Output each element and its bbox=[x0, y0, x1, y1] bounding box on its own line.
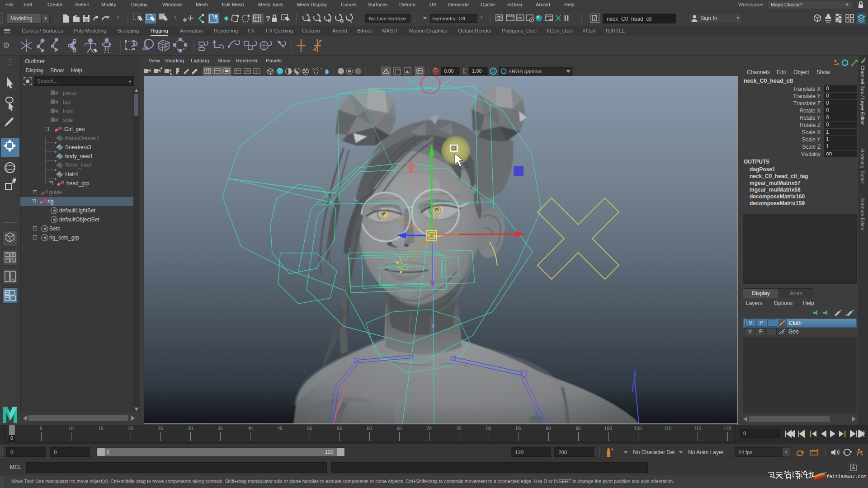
svg-text:0.00: 0.00 bbox=[444, 68, 453, 74]
svg-text:1.00: 1.00 bbox=[472, 68, 481, 74]
svg-text:sRGB gamma: sRGB gamma bbox=[509, 69, 542, 74]
svg-text:T: T bbox=[255, 69, 258, 74]
svg-text:IPR: IPR bbox=[517, 17, 523, 20]
svg-text:?: ? bbox=[266, 15, 270, 23]
